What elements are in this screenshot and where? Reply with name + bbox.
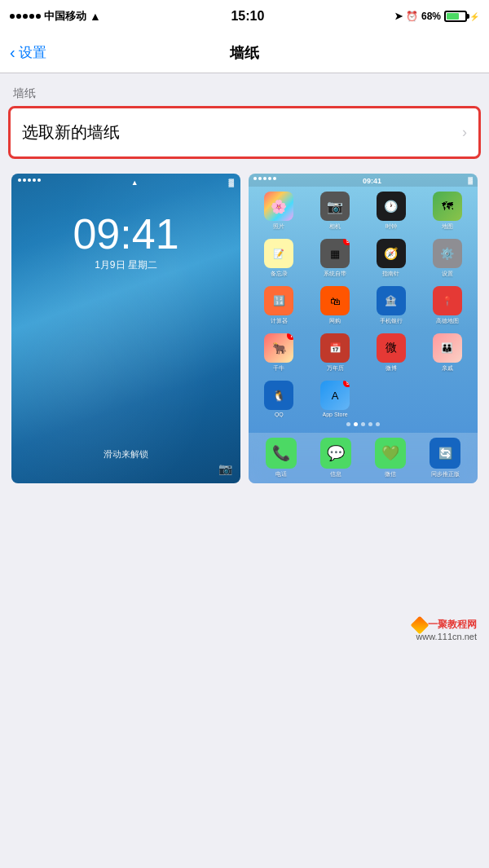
app-qianniu: 🐂 7 千牛 bbox=[253, 333, 305, 372]
wallpaper-previews: ▲ ▓ 09:41 1月9日 星期二 滑动来解锁 📷 09:41 ▓ bbox=[0, 159, 489, 495]
app-grid-row1: 🌸 照片 📷 相机 🕐 时钟 🗺 地图 bbox=[249, 187, 478, 234]
app-grid-row3: 🔢 计算器 🛍 网购 🏦 手机银行 📍 高德地图 bbox=[249, 281, 478, 328]
home-time: 09:41 bbox=[363, 177, 381, 185]
select-wallpaper-label: 选取新的墙纸 bbox=[22, 121, 120, 143]
watermark-logo: 一聚教程网 bbox=[413, 618, 477, 632]
app-photos: 🌸 照片 bbox=[253, 192, 305, 231]
app-relatives: 👪 亲戚 bbox=[421, 333, 473, 372]
dock-wechat: 💚 微信 bbox=[375, 438, 406, 478]
select-wallpaper-row[interactable]: 选取新的墙纸 › bbox=[8, 106, 481, 159]
status-right: ➤ ⏰ 68% ⚡ bbox=[394, 11, 479, 22]
app-settings: ⚙️ 设置 bbox=[421, 239, 473, 278]
dock-messages: 💬 信息 bbox=[320, 438, 351, 478]
watermark: 一聚教程网 www.111cn.net bbox=[413, 618, 477, 641]
app-bank: 🏦 手机银行 bbox=[366, 286, 417, 325]
app-weibo: 微 微博 bbox=[366, 333, 417, 372]
home-battery-mini: ▓ bbox=[468, 177, 473, 185]
app-calendar: 📅 万年历 bbox=[310, 333, 361, 372]
status-bar: 中国移动 ▲ 15:10 ➤ ⏰ 68% ⚡ bbox=[0, 0, 489, 33]
app-notes: 📝 备忘录 bbox=[253, 239, 305, 278]
status-time: 15:10 bbox=[231, 9, 264, 24]
watermark-url: www.111cn.net bbox=[416, 632, 477, 641]
home-mini-status: 09:41 ▓ bbox=[249, 174, 478, 187]
app-clock: 🕐 时钟 bbox=[366, 192, 417, 231]
location-icon: ➤ bbox=[394, 11, 403, 22]
app-grid-row4: 🐂 7 千牛 📅 万年历 微 微博 👪 亲戚 bbox=[249, 328, 478, 376]
app-maps: 🗺 地图 bbox=[421, 192, 473, 231]
charging-icon: ⚡ bbox=[469, 12, 479, 21]
app-taobao: 🛍 网购 bbox=[310, 286, 361, 325]
app-calculator: 🔢 计算器 bbox=[253, 286, 305, 325]
watermark-site: 一聚教程网 bbox=[428, 618, 477, 632]
alarm-icon: ⏰ bbox=[406, 11, 418, 22]
app-grid-row2: 📝 备忘录 ▦ 9 系统自带 🧭 指南针 ⚙️ 设置 bbox=[249, 234, 478, 281]
carrier-label: 中国移动 bbox=[44, 9, 86, 24]
app-camera: 📷 相机 bbox=[310, 192, 361, 231]
app-amap: 📍 高德地图 bbox=[421, 286, 473, 325]
app-compass: 🧭 指南针 bbox=[366, 239, 417, 278]
app-system: ▦ 9 系统自带 bbox=[310, 239, 361, 278]
status-left: 中国移动 ▲ bbox=[10, 9, 101, 24]
lock-unlock-text: 滑动来解锁 bbox=[11, 448, 240, 460]
lock-camera-icon: 📷 bbox=[218, 462, 232, 475]
page-title: 墙纸 bbox=[230, 43, 259, 63]
app-qq: 🐧 QQ bbox=[253, 381, 305, 417]
home-dock: 📞 电话 💬 信息 💚 微信 🔄 同步推正版 bbox=[249, 433, 478, 483]
dock-sync: 🔄 同步推正版 bbox=[430, 438, 460, 478]
back-button[interactable]: ‹ 设置 bbox=[10, 43, 46, 62]
signal-icon bbox=[10, 14, 41, 19]
dock-phone: 📞 电话 bbox=[266, 438, 297, 478]
battery-indicator: ⚡ bbox=[444, 11, 479, 22]
wifi-icon: ▲ bbox=[90, 10, 101, 23]
lock-screen-preview[interactable]: ▲ ▓ 09:41 1月9日 星期二 滑动来解锁 📷 bbox=[11, 174, 240, 483]
app-appstore: A 9 App Store bbox=[310, 381, 361, 417]
nav-bar: ‹ 设置 墙纸 bbox=[0, 33, 489, 73]
battery-percent: 68% bbox=[421, 11, 441, 22]
back-chevron-icon: ‹ bbox=[10, 43, 15, 62]
page-dots bbox=[249, 421, 478, 428]
section-label: 墙纸 bbox=[0, 73, 489, 106]
chevron-right-icon: › bbox=[462, 124, 467, 141]
home-screen-preview[interactable]: 09:41 ▓ 🌸 照片 📷 相机 🕐 时钟 🗺 bbox=[249, 174, 478, 483]
back-label: 设置 bbox=[19, 43, 46, 62]
app-grid-row5: 🐧 QQ A 9 App Store bbox=[249, 376, 478, 421]
content-area: 墙纸 选取新的墙纸 › ▲ ▓ 09:41 1月9日 星期二 bbox=[0, 73, 489, 658]
